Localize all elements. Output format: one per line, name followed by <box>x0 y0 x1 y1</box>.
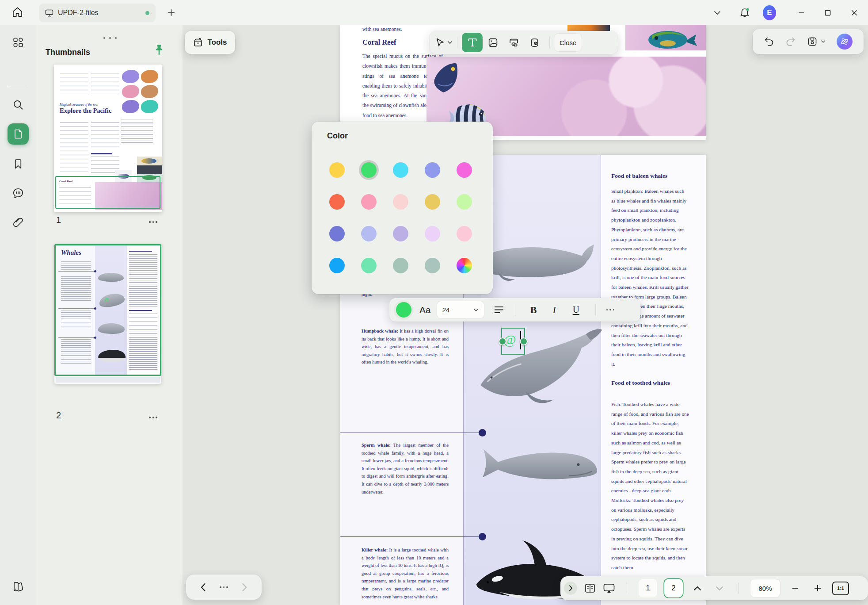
zoom-out-button[interactable] <box>787 585 803 592</box>
baleen-heading: Food of baleen whales <box>611 172 667 180</box>
account-avatar[interactable]: E <box>763 6 776 19</box>
underline-button[interactable]: U <box>567 304 585 315</box>
link-tool-button[interactable] <box>503 33 524 52</box>
home-button[interactable] <box>11 5 24 19</box>
italic-button[interactable]: I <box>547 304 561 316</box>
select-tool-button[interactable] <box>435 37 453 48</box>
format-more-button[interactable] <box>606 309 615 311</box>
thumb2-view-region-box: Whales @ <box>54 244 161 376</box>
edit-toolbar: Close <box>430 31 618 54</box>
document-tab[interactable]: UPDF-2-files <box>39 4 156 22</box>
color-swatch[interactable] <box>329 226 345 241</box>
close-edit-mode-button[interactable]: Close <box>554 34 582 51</box>
color-swatch[interactable] <box>393 194 408 210</box>
font-size-select[interactable]: 24 <box>437 301 484 318</box>
resize-handle-left[interactable] <box>499 337 506 345</box>
page-thumbnail-1[interactable]: Magical creatures of the sea. Explore th… <box>54 65 162 212</box>
color-swatch[interactable] <box>361 162 377 178</box>
pin-icon <box>153 43 165 56</box>
bold-button[interactable]: B <box>526 304 541 316</box>
expand-toolbar-button[interactable] <box>564 582 577 595</box>
chevron-down-icon <box>473 308 479 312</box>
page-icon <box>13 129 23 139</box>
humpback-whale-image <box>474 327 602 406</box>
prev-page-button[interactable] <box>200 583 206 592</box>
color-swatch[interactable] <box>361 194 377 210</box>
selected-text-box[interactable]: @ <box>501 328 525 355</box>
sidebar-item-search[interactable] <box>12 99 24 111</box>
color-swatch[interactable] <box>329 162 345 178</box>
color-swatch[interactable] <box>361 226 377 241</box>
color-swatch[interactable] <box>393 162 408 178</box>
sidebar-item-bookmarks[interactable] <box>12 159 23 170</box>
sidebar-item-comments[interactable] <box>12 188 24 199</box>
text-tool-button-active[interactable] <box>462 33 483 52</box>
toolbox-icon <box>193 37 203 48</box>
redo-button[interactable] <box>785 37 796 46</box>
sidebar-item-signature[interactable] <box>12 581 24 593</box>
zoom-in-button[interactable] <box>810 584 825 592</box>
color-swatch[interactable] <box>425 194 440 210</box>
resize-handle-right[interactable] <box>520 337 528 345</box>
pin-panel-button[interactable] <box>153 43 165 56</box>
color-swatch[interactable] <box>425 162 440 178</box>
tab-title: UPDF-2-files <box>58 9 145 17</box>
undo-button[interactable] <box>764 37 774 46</box>
sidebar-item-attachments[interactable] <box>12 216 24 228</box>
save-button[interactable] <box>807 36 826 47</box>
document-paragraph: Fish: Toothed whales have a wide range o… <box>611 400 689 496</box>
next-page-button[interactable] <box>242 583 247 592</box>
align-button[interactable] <box>494 306 504 314</box>
minimize-button[interactable] <box>795 6 808 19</box>
color-swatch[interactable] <box>393 226 408 241</box>
color-swatch[interactable] <box>329 194 345 210</box>
color-swatch[interactable] <box>457 194 472 210</box>
chevron-down-icon <box>716 586 723 591</box>
zoom-value: 80% <box>758 585 772 592</box>
ai-assistant-button[interactable] <box>837 34 853 50</box>
title-bar: UPDF-2-files E <box>0 0 868 25</box>
page-2-button-current[interactable]: 2 <box>664 579 683 597</box>
text-color-button[interactable] <box>394 300 413 320</box>
page-thumbnail-2[interactable]: Whales @ <box>54 244 161 384</box>
color-picker-popup: Color <box>312 122 493 294</box>
close-window-button[interactable] <box>848 6 861 19</box>
chevron-down-icon <box>821 40 826 43</box>
section-divider-line <box>340 536 480 537</box>
color-swatch[interactable] <box>457 226 472 241</box>
two-page-view-button[interactable] <box>584 583 596 594</box>
presentation-button[interactable] <box>603 583 615 594</box>
sidebar-rail <box>0 25 36 605</box>
notification-dot <box>746 8 749 11</box>
scroll-down-button[interactable] <box>712 586 727 591</box>
thumb1-page-number: 1 <box>56 215 61 225</box>
zoom-level-select[interactable]: 80% <box>750 579 780 597</box>
scroll-up-button[interactable] <box>690 586 705 591</box>
color-swatch[interactable] <box>361 258 377 273</box>
actual-size-button[interactable]: 1:1 <box>832 582 849 595</box>
color-swatch[interactable] <box>425 226 440 241</box>
collapse-toolbar-button[interactable] <box>711 6 724 19</box>
sidebar-item-dashboard[interactable] <box>12 37 24 48</box>
sidebar-item-thumbnails-active[interactable] <box>8 123 29 145</box>
color-swatch[interactable] <box>425 258 440 273</box>
image-tool-button[interactable] <box>483 33 503 52</box>
panel-drag-handle[interactable] <box>103 37 117 39</box>
color-swatch[interactable] <box>329 258 345 273</box>
color-swatch[interactable] <box>457 162 472 178</box>
annotation-tool-button[interactable] <box>524 33 545 52</box>
font-button[interactable]: Aa <box>419 305 431 315</box>
maximize-button[interactable] <box>821 6 834 19</box>
ai-swirl-icon <box>840 37 849 46</box>
page-1-button[interactable]: 1 <box>639 579 657 597</box>
notifications-button[interactable] <box>738 6 751 19</box>
color-swatch[interactable] <box>393 258 408 273</box>
grid-icon <box>12 37 24 48</box>
toothed-paragraphs: Fish: Toothed whales have a wide range o… <box>611 400 689 573</box>
thumb1-more-button[interactable] <box>149 221 157 223</box>
nav-more-button[interactable] <box>220 586 228 588</box>
custom-color-swatch[interactable] <box>457 258 472 273</box>
new-tab-button[interactable] <box>164 6 178 19</box>
tools-button[interactable]: Tools <box>185 31 235 54</box>
thumb2-more-button[interactable] <box>149 417 157 418</box>
